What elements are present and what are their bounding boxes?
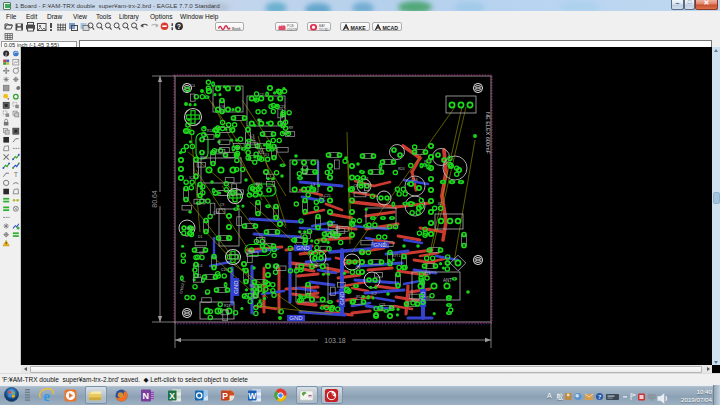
svg-text:X2: X2: [438, 202, 442, 206]
svg-text:R7: R7: [258, 119, 263, 123]
svg-text:?: ?: [177, 23, 181, 30]
svg-text:X: X: [169, 390, 175, 400]
svg-text:C4: C4: [198, 264, 203, 268]
svg-text:TO 3D: TO 3D: [319, 28, 329, 31]
svg-text:P: P: [222, 390, 228, 400]
svg-text:X2: X2: [255, 183, 259, 187]
svg-text:IC2: IC2: [371, 292, 377, 296]
svg-text:C4: C4: [307, 291, 312, 295]
svg-text:e: e: [43, 388, 50, 403]
svg-text:cnoci.y: cnoci.y: [178, 279, 186, 294]
svg-text:R31: R31: [200, 156, 206, 160]
svg-text:C9: C9: [353, 184, 358, 188]
svg-text:R7: R7: [392, 254, 397, 258]
svg-text:R18: R18: [424, 272, 430, 276]
svg-text:?: ?: [598, 393, 601, 400]
svg-text:R24: R24: [398, 167, 404, 171]
svg-text:MCAD: MCAD: [383, 25, 399, 31]
svg-text:Q3: Q3: [220, 105, 225, 109]
svg-text:L3: L3: [311, 183, 315, 187]
svg-text:IC2: IC2: [319, 196, 325, 200]
svg-text:ANT: ANT: [443, 278, 452, 283]
svg-text:C16: C16: [221, 268, 227, 272]
svg-text:QUOTE: QUOTE: [287, 28, 297, 31]
svg-text:IC2: IC2: [189, 176, 195, 180]
svg-text:C21: C21: [279, 105, 285, 109]
svg-text:80.64: 80.64: [151, 190, 158, 208]
svg-text:C9: C9: [220, 203, 225, 207]
svg-text:C21: C21: [324, 194, 330, 198]
svg-text:GND: GND: [296, 245, 310, 251]
svg-text:R31: R31: [187, 227, 193, 231]
svg-text:R12: R12: [356, 295, 362, 299]
svg-text:103.18: 103.18: [324, 337, 346, 344]
svg-text:Q3: Q3: [355, 266, 360, 270]
svg-text:D1: D1: [198, 235, 203, 239]
svg-text:GND: GND: [233, 280, 239, 294]
svg-text:C7: C7: [259, 93, 264, 97]
svg-text:R12: R12: [248, 250, 254, 254]
svg-text:NE ELEX 600mF: NE ELEX 600mF: [485, 112, 491, 155]
svg-text:T: T: [14, 171, 19, 178]
svg-text:X2: X2: [259, 148, 263, 152]
svg-text:R18: R18: [224, 304, 230, 308]
svg-text:W: W: [248, 390, 257, 400]
svg-text:T1: T1: [396, 254, 400, 258]
svg-text:GND: GND: [373, 242, 387, 248]
svg-text:MAKE: MAKE: [351, 25, 367, 31]
svg-text:T1: T1: [197, 274, 201, 278]
svg-text:GND: GND: [289, 315, 303, 321]
svg-text:C4: C4: [191, 84, 196, 88]
svg-text:N: N: [143, 390, 150, 400]
svg-text:R9: R9: [288, 126, 293, 130]
svg-text:Q5: Q5: [199, 251, 204, 255]
svg-text:Q3: Q3: [335, 227, 340, 231]
svg-text:C16: C16: [411, 178, 417, 182]
svg-text:C16: C16: [213, 211, 219, 215]
svg-text:D1: D1: [265, 153, 270, 157]
svg-text:GND: GND: [339, 291, 345, 305]
svg-text:C21: C21: [379, 303, 385, 307]
svg-text:Bank: Bank: [232, 27, 241, 31]
